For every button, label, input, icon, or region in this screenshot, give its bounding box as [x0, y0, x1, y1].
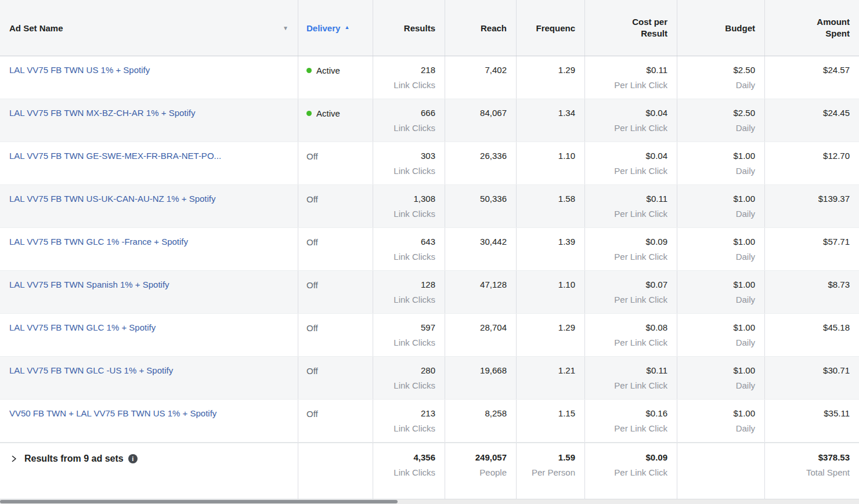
reach-cell: 19,668 [445, 357, 517, 399]
ad-set-name-link[interactable]: LAL VV75 FB TWN US-UK-CAN-AU-NZ 1% + Spo… [9, 191, 288, 206]
amount-spent-cell: $8.73 [765, 271, 859, 313]
reach-value: 19,668 [454, 363, 507, 378]
column-header-ad-set-name[interactable]: Ad Set Name ▼ [0, 0, 298, 56]
cost-label: Per Link Click [594, 121, 667, 136]
budget-cell: $1.00 Daily [677, 271, 765, 313]
ad-set-name-link[interactable]: LAL VV75 FB TWN GLC 1% -France + Spotify [9, 234, 288, 249]
reach-cell: 47,128 [445, 271, 517, 313]
budget-label: Daily [687, 292, 755, 307]
ad-set-name-link[interactable]: LAL VV75 FB TWN GE-SWE-MEX-FR-BRA-NET-PO… [9, 148, 288, 164]
ad-set-name-link[interactable]: LAL VV75 FB TWN Spanish 1% + Spotify [9, 277, 288, 292]
column-header-reach[interactable]: Reach [445, 0, 517, 56]
frequency-value: 1.10 [526, 277, 575, 292]
summary-title-cell[interactable]: Results from 9 ad sets i [0, 443, 298, 499]
frequency-value: 1.29 [526, 320, 575, 335]
cost-label: Per Link Click [594, 421, 667, 436]
results-cell: 303 Link Clicks [373, 142, 445, 184]
cost-value: $0.16 [594, 406, 667, 421]
reach-cell: 50,336 [445, 185, 517, 227]
summary-reach-cell: 249,057 People [445, 443, 517, 499]
column-header-delivery[interactable]: Delivery ▲ [298, 0, 373, 56]
results-value: 280 [382, 363, 435, 378]
summary-cost-label: Per Link Click [594, 465, 667, 480]
results-value: 303 [382, 148, 435, 164]
summary-frequency-cell: 1.59 Per Person [517, 443, 585, 499]
reach-value: 30,442 [454, 234, 507, 249]
cost-per-result-cell: $0.04 Per Link Click [585, 142, 677, 184]
summary-reach-label: People [454, 465, 507, 480]
sort-ascending-icon: ▲ [344, 24, 349, 30]
summary-results-label: Link Clicks [382, 465, 435, 480]
ad-set-name-link[interactable]: LAL VV75 FB TWN US 1% + Spotify [9, 63, 288, 78]
summary-row: Results from 9 ad sets i 4,356 Link Clic… [0, 443, 859, 499]
summary-results-value: 4,356 [382, 450, 435, 465]
results-value: 1,308 [382, 191, 435, 206]
results-cell: 597 Link Clicks [373, 314, 445, 356]
frequency-cell: 1.10 [517, 142, 585, 184]
summary-frequency-label: Per Person [526, 465, 575, 480]
table-row: VV50 FB TWN + LAL VV75 FB TWN US 1% + Sp… [0, 400, 859, 443]
cost-label: Per Link Click [594, 335, 667, 350]
amount-value: $30.71 [774, 363, 850, 378]
budget-value: $2.50 [687, 106, 755, 121]
delivery-cell: Off [298, 314, 373, 356]
chevron-right-icon[interactable] [10, 455, 17, 462]
budget-cell: $1.00 Daily [677, 400, 765, 442]
results-cell: 1,308 Link Clicks [373, 185, 445, 227]
horizontal-scrollbar-thumb[interactable] [0, 500, 398, 503]
budget-value: $1.00 [687, 363, 755, 378]
amount-value: $35.11 [774, 406, 850, 421]
column-header-label: Budget [725, 23, 755, 33]
table-row: LAL VV75 FB TWN Spanish 1% + Spotify Off… [0, 271, 859, 314]
amount-spent-cell: $139.37 [765, 185, 859, 227]
frequency-value: 1.21 [526, 363, 575, 378]
budget-cell: $1.00 Daily [677, 314, 765, 356]
column-header-amount-spent[interactable]: Amount Spent [765, 0, 859, 56]
ad-set-name-link[interactable]: LAL VV75 FB TWN GLC -US 1% + Spotify [9, 363, 288, 378]
delivery-cell: Off [298, 142, 373, 184]
table-body: LAL VV75 FB TWN US 1% + Spotify Active 2… [0, 56, 859, 443]
cost-value: $0.09 [594, 234, 667, 249]
delivery-status: Off [306, 323, 318, 333]
ad-set-name-link[interactable]: LAL VV75 FB TWN MX-BZ-CH-AR 1% + Spotify [9, 106, 288, 121]
budget-label: Daily [687, 78, 755, 93]
frequency-value: 1.34 [526, 106, 575, 121]
info-icon[interactable]: i [128, 454, 138, 463]
amount-spent-cell: $24.57 [765, 56, 859, 99]
cost-value: $0.04 [594, 148, 667, 164]
column-header-cost-per-result[interactable]: Cost per Result [585, 0, 677, 56]
budget-value: $1.00 [687, 277, 755, 292]
cost-value: $0.11 [594, 63, 667, 78]
results-label: Link Clicks [382, 378, 435, 393]
budget-label: Daily [687, 164, 755, 179]
frequency-cell: 1.39 [517, 228, 585, 270]
frequency-value: 1.15 [526, 406, 575, 421]
delivery-status: Off [306, 194, 318, 204]
ad-set-name-cell: LAL VV75 FB TWN US 1% + Spotify [0, 56, 298, 99]
budget-value: $2.50 [687, 63, 755, 78]
ad-set-name-cell: LAL VV75 FB TWN GE-SWE-MEX-FR-BRA-NET-PO… [0, 142, 298, 184]
results-label: Link Clicks [382, 121, 435, 136]
column-header-frequency[interactable]: Frequenc [517, 0, 585, 56]
ad-set-name-link[interactable]: VV50 FB TWN + LAL VV75 FB TWN US 1% + Sp… [9, 406, 288, 421]
chevron-down-icon[interactable]: ▼ [283, 25, 288, 31]
results-label: Link Clicks [382, 335, 435, 350]
budget-value: $1.00 [687, 406, 755, 421]
column-header-label: Reach [481, 23, 507, 33]
summary-amount-label: Total Spent [774, 465, 850, 480]
cost-value: $0.11 [594, 363, 667, 378]
column-header-label: Cost per Result [621, 16, 667, 39]
reach-value: 8,258 [454, 406, 507, 421]
results-cell: 218 Link Clicks [373, 56, 445, 99]
results-value: 213 [382, 406, 435, 421]
horizontal-scrollbar-track[interactable] [0, 499, 859, 504]
budget-cell: $1.00 Daily [677, 228, 765, 270]
amount-spent-cell: $30.71 [765, 357, 859, 399]
column-header-label: Delivery [306, 23, 340, 33]
column-header-budget[interactable]: Budget [677, 0, 765, 56]
delivery-cell: Off [298, 228, 373, 270]
cost-label: Per Link Click [594, 78, 667, 93]
results-cell: 280 Link Clicks [373, 357, 445, 399]
column-header-results[interactable]: Results [373, 0, 445, 56]
ad-set-name-link[interactable]: LAL VV75 FB TWN GLC 1% + Spotify [9, 320, 288, 335]
